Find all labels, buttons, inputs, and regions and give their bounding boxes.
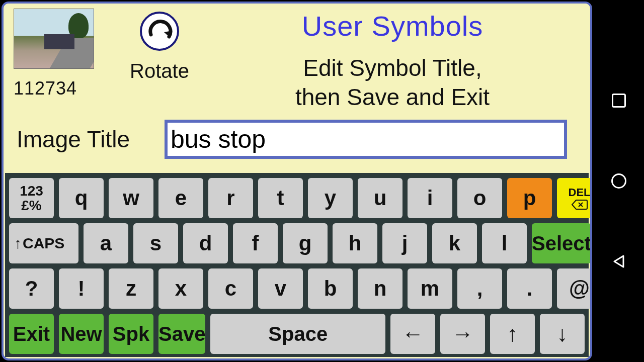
nav-home-button[interactable] <box>608 170 630 192</box>
triangle-back-icon <box>611 254 626 269</box>
key-period[interactable]: . <box>507 268 552 309</box>
key-arrow-down[interactable]: ↓ <box>540 314 585 354</box>
title-input-wrap[interactable] <box>165 120 567 159</box>
key-p[interactable]: p <box>507 178 552 218</box>
key-d[interactable]: d <box>183 223 228 263</box>
on-screen-keyboard: 123 £% q w e r t y u i o p DEL <box>5 173 589 357</box>
nav-overview-button[interactable] <box>608 89 630 112</box>
key-m[interactable]: m <box>408 268 452 309</box>
key-h[interactable]: h <box>333 223 377 263</box>
key-arrow-right[interactable]: → <box>440 314 485 354</box>
key-z[interactable]: z <box>109 268 153 309</box>
key-y[interactable]: y <box>308 178 353 218</box>
key-w[interactable]: w <box>109 178 153 218</box>
editor-pane: 112734 Rotate User Symbols Edit Symbol T… <box>4 4 590 168</box>
key-v[interactable]: v <box>258 268 303 309</box>
key-r[interactable]: r <box>208 178 253 218</box>
key-delete[interactable]: DEL <box>557 178 592 218</box>
key-l[interactable]: l <box>482 223 527 263</box>
key-x[interactable]: x <box>158 268 203 309</box>
key-q[interactable]: q <box>59 178 104 218</box>
key-s[interactable]: s <box>133 223 178 263</box>
rotate-icon[interactable] <box>140 12 179 51</box>
android-nav-bar <box>594 0 644 362</box>
key-exclaim[interactable]: ! <box>59 268 104 309</box>
key-comma[interactable]: , <box>457 268 502 309</box>
key-o[interactable]: o <box>457 178 502 218</box>
nav-back-button[interactable] <box>608 250 630 273</box>
key-question[interactable]: ? <box>9 268 54 309</box>
backspace-icon <box>571 199 588 210</box>
key-e[interactable]: e <box>158 178 203 218</box>
key-a[interactable]: a <box>84 223 128 263</box>
new-button[interactable]: New <box>59 314 104 354</box>
title-input[interactable] <box>171 125 561 154</box>
rotate-label: Rotate <box>114 60 205 82</box>
key-caps[interactable]: ↑ CAPS <box>9 223 78 263</box>
app-window: 112734 Rotate User Symbols Edit Symbol T… <box>2 2 592 360</box>
key-t[interactable]: t <box>258 178 303 218</box>
save-button[interactable]: Save <box>158 314 205 354</box>
instruction-line-2: then Save and Exit <box>205 83 580 111</box>
key-i[interactable]: i <box>408 178 452 218</box>
image-id: 112734 <box>14 78 114 99</box>
exit-button[interactable]: Exit <box>9 314 54 354</box>
key-n[interactable]: n <box>358 268 403 309</box>
key-space[interactable]: Space <box>210 314 385 354</box>
title-field-label: Image Title <box>14 126 165 153</box>
key-symbols[interactable]: 123 £% <box>9 178 54 218</box>
key-select[interactable]: Select <box>532 223 591 263</box>
key-k[interactable]: k <box>432 223 477 263</box>
symbol-thumbnail[interactable] <box>14 9 94 69</box>
key-c[interactable]: c <box>208 268 253 309</box>
caps-arrow-icon: ↑ <box>14 235 22 252</box>
speak-button[interactable]: Spk <box>109 314 153 354</box>
square-icon <box>612 94 626 108</box>
key-b[interactable]: b <box>308 268 353 309</box>
page-title: User Symbols <box>205 10 580 42</box>
key-f[interactable]: f <box>233 223 278 263</box>
key-j[interactable]: j <box>382 223 427 263</box>
circle-icon <box>611 173 626 189</box>
key-u[interactable]: u <box>358 178 403 218</box>
key-arrow-up[interactable]: ↑ <box>490 314 535 354</box>
key-at[interactable]: @ <box>557 268 592 309</box>
key-arrow-left[interactable]: ← <box>390 314 435 354</box>
key-g[interactable]: g <box>283 223 328 263</box>
delete-label: DEL <box>569 186 591 199</box>
instruction-line-1: Edit Symbol Title, <box>205 54 580 81</box>
caps-label: CAPS <box>23 235 64 252</box>
